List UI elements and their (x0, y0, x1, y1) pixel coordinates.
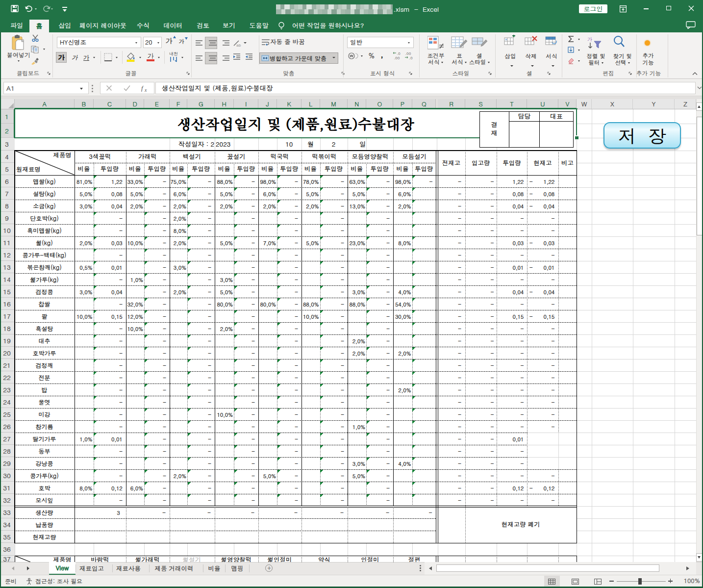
svg-text:.0: .0 (409, 55, 413, 60)
svg-text:가: 가 (148, 52, 154, 60)
svg-text:ab: ab (236, 42, 241, 47)
svg-text:x: x (144, 87, 147, 92)
svg-text:내천: 내천 (169, 51, 178, 57)
svg-text:f: f (141, 84, 144, 92)
svg-text:.00: .00 (394, 55, 400, 60)
svg-text:가: 가 (587, 36, 592, 43)
